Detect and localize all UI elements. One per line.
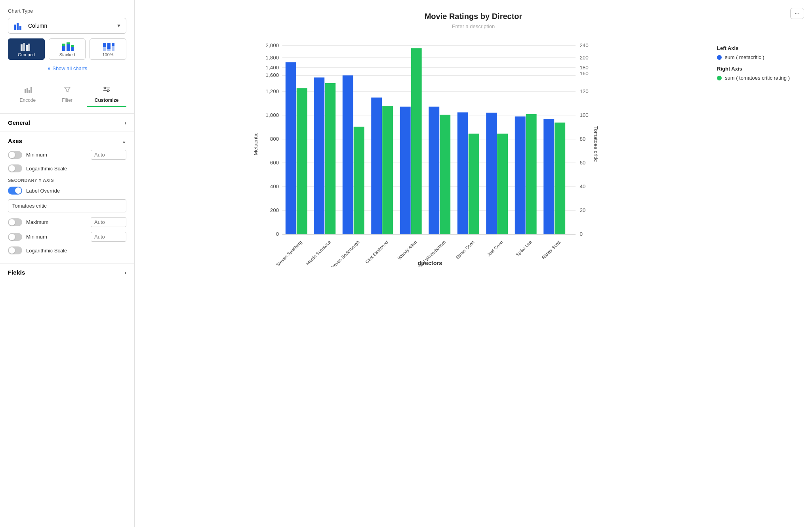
chart-type-section: Chart Type Column ▼ [0, 8, 134, 38]
chart-title: Movie Ratings by Director [143, 12, 804, 21]
svg-text:1,000: 1,000 [266, 112, 279, 118]
svg-rect-7 [62, 46, 65, 51]
svg-rect-14 [103, 43, 106, 47]
general-section-header[interactable]: General › [0, 113, 134, 132]
log-scale2-row: Logarithmic Scale [8, 246, 126, 254]
svg-text:1,600: 1,600 [266, 72, 279, 78]
fields-section-header[interactable]: Fields › [0, 263, 134, 281]
svg-text:60: 60 [579, 160, 585, 166]
svg-point-24 [104, 87, 106, 89]
svg-text:240: 240 [579, 42, 588, 48]
svg-text:200: 200 [579, 55, 588, 61]
bar-blue-8 [515, 116, 526, 234]
svg-rect-10 [67, 42, 70, 44]
tab-filter[interactable]: Filter [48, 83, 87, 107]
100pct-style-button[interactable]: 100% [90, 38, 126, 60]
100pct-label: 100% [102, 52, 113, 57]
more-options-button[interactable]: ··· [790, 8, 804, 19]
maximum-input[interactable] [91, 217, 126, 227]
svg-text:1,400: 1,400 [266, 65, 279, 71]
svg-text:1,800: 1,800 [266, 55, 279, 61]
right-axis-legend-label: sum ( tomatoes critic rating ) [725, 75, 790, 81]
bar-green-5 [440, 115, 450, 234]
show-all-charts-link[interactable]: ∨ Show all charts [0, 64, 134, 77]
bar-blue-5 [429, 107, 439, 234]
svg-rect-12 [71, 45, 74, 47]
encode-icon [24, 86, 32, 95]
fields-section-label: Fields [8, 269, 25, 276]
bar-green-6 [469, 134, 479, 234]
blue-legend-dot [717, 55, 722, 60]
axes-section-label: Axes [8, 137, 22, 144]
minimum2-label: Minimum [26, 234, 47, 240]
svg-rect-4 [23, 43, 25, 51]
svg-text:Martin Scorsese: Martin Scorsese [305, 240, 332, 266]
minimum2-row: Minimum [8, 232, 126, 242]
bar-green-1 [325, 83, 335, 234]
grouped-icon [20, 42, 33, 51]
bar-green-0 [297, 88, 307, 234]
log-scale-row: Logarithmic Scale [8, 164, 126, 172]
svg-rect-16 [107, 43, 111, 49]
right-axis-legend-section: Right Axis sum ( tomatoes critic rating … [717, 66, 796, 81]
customize-icon [103, 86, 111, 95]
svg-text:Ridley Scott: Ridley Scott [541, 239, 562, 260]
stacked-style-button[interactable]: Stacked [49, 38, 86, 60]
stacked-icon [61, 42, 74, 51]
minimum2-input[interactable] [91, 232, 126, 242]
chart-description: Enter a description [143, 23, 804, 29]
grouped-label: Grouped [18, 52, 35, 57]
bar-green-3 [382, 106, 393, 234]
log-scale-toggle[interactable] [8, 164, 22, 172]
svg-text:Tomatoes critic: Tomatoes critic [593, 126, 599, 162]
svg-rect-1 [17, 23, 19, 30]
minimum2-toggle[interactable] [8, 233, 22, 241]
stacked-label: Stacked [59, 52, 75, 57]
svg-text:Steven Soderbergh: Steven Soderbergh [330, 240, 360, 267]
right-axis-legend-item: sum ( tomatoes critic rating ) [717, 75, 796, 81]
bar-blue-6 [457, 113, 468, 235]
grouped-style-button[interactable]: Grouped [8, 38, 45, 60]
svg-text:directors: directors [417, 260, 442, 266]
bar-green-4 [411, 48, 422, 234]
svg-text:0: 0 [579, 231, 582, 237]
svg-text:80: 80 [579, 136, 585, 142]
main-content: Movie Ratings by Director Enter a descri… [135, 0, 812, 527]
maximum-toggle[interactable] [8, 218, 22, 226]
log-scale2-label: Logarithmic Scale [26, 248, 67, 254]
bar-blue-2 [343, 75, 353, 234]
svg-text:800: 800 [270, 136, 279, 142]
maximum-label: Maximum [26, 219, 48, 225]
chart-container: Movie Ratings by Director Enter a descri… [135, 0, 812, 527]
label-override-label: Label Override [26, 188, 60, 194]
svg-text:Metacritic: Metacritic [253, 132, 259, 155]
tab-customize[interactable]: Customize [87, 83, 126, 107]
svg-rect-11 [71, 47, 74, 51]
general-chevron-icon: › [124, 120, 126, 126]
minimum-input[interactable] [91, 150, 126, 160]
fields-chevron-icon: › [124, 269, 126, 276]
chart-type-dropdown[interactable]: Column ▼ [8, 18, 126, 34]
bar-blue-3 [371, 97, 382, 234]
bar-chart: 0 200 400 600 800 1,000 1,200 1,400 2,00… [143, 37, 709, 267]
sidebar: Chart Type Column ▼ Grouped [0, 0, 135, 527]
bar-green-9 [555, 122, 565, 234]
label-override-input[interactable] [8, 199, 126, 212]
divider-1 [0, 77, 134, 77]
svg-text:100: 100 [579, 112, 588, 118]
svg-text:Spike Lee: Spike Lee [515, 240, 532, 257]
axes-section-header[interactable]: Axes ⌄ [0, 132, 134, 150]
minimum-toggle[interactable] [8, 151, 22, 159]
right-axis-legend-title: Right Axis [717, 66, 796, 72]
svg-rect-9 [67, 44, 70, 51]
filter-icon [64, 86, 71, 95]
tab-filter-label: Filter [62, 97, 72, 103]
left-axis-legend-label: sum ( metacritic ) [725, 54, 764, 60]
chart-type-name: Column [28, 23, 116, 29]
log-scale2-toggle[interactable] [8, 246, 22, 254]
label-override-toggle[interactable] [8, 187, 22, 195]
tab-encode[interactable]: Encode [8, 83, 48, 107]
maximum-row: Maximum [8, 217, 126, 227]
svg-text:600: 600 [270, 160, 279, 166]
chart-legend: Left Axis sum ( metacritic ) Right Axis … [709, 37, 804, 91]
